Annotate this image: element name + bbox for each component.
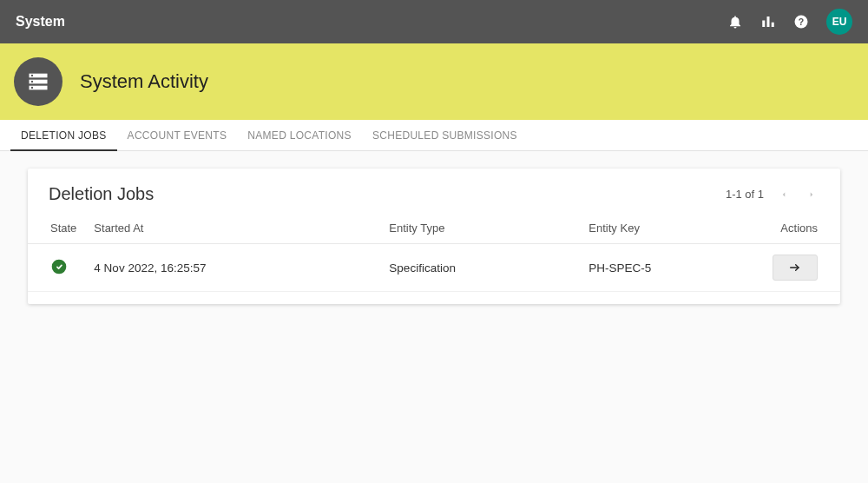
svg-rect-0: [762, 21, 765, 28]
pagination-label: 1-1 of 1: [726, 188, 764, 201]
topbar: System ? EU: [0, 0, 868, 43]
deletion-jobs-table: State Started At Entity Type Entity Key …: [28, 211, 840, 292]
col-state: State: [28, 211, 85, 244]
notifications-icon[interactable]: [727, 14, 743, 30]
svg-rect-2: [772, 23, 774, 27]
deletion-jobs-card: Deletion Jobs 1-1 of 1 State Started At …: [28, 169, 840, 304]
page-header: System Activity: [0, 43, 868, 120]
prev-page-button[interactable]: [776, 187, 792, 202]
cell-started-at: 4 Nov 2022, 16:25:57: [85, 244, 380, 292]
col-actions: Actions: [753, 211, 840, 244]
tab-scheduled-submissions[interactable]: SCHEDULED SUBMISSIONS: [362, 120, 528, 150]
table-row: 4 Nov 2022, 16:25:57 Specification PH-SP…: [28, 244, 840, 292]
next-page-button[interactable]: [804, 187, 819, 202]
card-title: Deletion Jobs: [49, 184, 154, 204]
tab-account-events[interactable]: ACCOUNT EVENTS: [117, 120, 238, 150]
tab-deletion-jobs[interactable]: DELETION JOBS: [10, 120, 117, 150]
col-entity-type: Entity Type: [380, 211, 580, 244]
brand[interactable]: System: [16, 14, 65, 30]
help-icon[interactable]: ?: [793, 14, 809, 30]
pagination: 1-1 of 1: [726, 187, 819, 202]
bar-chart-icon[interactable]: [760, 14, 776, 30]
svg-point-11: [52, 259, 67, 274]
storage-icon: [14, 57, 62, 106]
check-circle-icon: [50, 258, 68, 275]
cell-entity-key: PH-SPEC-5: [580, 244, 753, 292]
svg-point-10: [31, 87, 33, 89]
tab-named-locations[interactable]: NAMED LOCATIONS: [237, 120, 362, 150]
page-title: System Activity: [80, 70, 208, 93]
svg-text:?: ?: [799, 17, 804, 27]
svg-point-8: [31, 81, 33, 83]
col-started-at: Started At: [85, 211, 380, 244]
svg-point-6: [31, 75, 33, 76]
svg-rect-1: [767, 17, 770, 27]
table-header-row: State Started At Entity Type Entity Key …: [28, 211, 840, 244]
view-job-button[interactable]: [773, 255, 818, 281]
topbar-icons: ? EU: [727, 9, 852, 35]
col-entity-key: Entity Key: [580, 211, 753, 244]
cell-entity-type: Specification: [380, 244, 580, 292]
tab-strip: DELETION JOBS ACCOUNT EVENTS NAMED LOCAT…: [0, 120, 868, 151]
card-header: Deletion Jobs 1-1 of 1: [28, 169, 840, 211]
avatar[interactable]: EU: [826, 9, 852, 35]
